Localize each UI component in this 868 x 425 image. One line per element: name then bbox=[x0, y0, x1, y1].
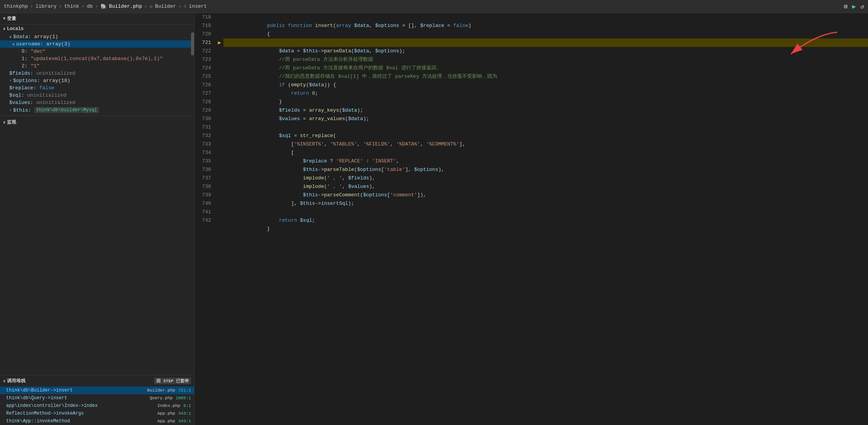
left-panel: ▼ 变量 ∨ Locals ∨ $data: array(1) bbox=[0, 13, 194, 425]
code-line-735: $this->parseTable($options['table'], $op… bbox=[223, 157, 868, 166]
code-panel: 718 719 720 721 722 723 724 725 726 727 … bbox=[194, 13, 868, 425]
var-replace[interactable]: $replace: false bbox=[0, 84, 191, 92]
callstack-item-4[interactable]: think\App::invokeMethod App.php 343:1 bbox=[0, 417, 194, 425]
var-username-2[interactable]: 2: "1" bbox=[0, 62, 191, 70]
breakpoint-marker: ▶ bbox=[216, 38, 223, 47]
breadcrumb-builder[interactable]: Builder bbox=[155, 3, 176, 9]
code-line-728: $fields = array_keys($data); bbox=[223, 98, 868, 106]
breadcrumb-thinkphp[interactable]: thinkphp bbox=[4, 3, 28, 9]
var-values[interactable]: $values: uninitialized bbox=[0, 99, 191, 106]
var-username[interactable]: ∨ username: array(3) bbox=[0, 40, 191, 48]
class-icon: ◇ bbox=[150, 3, 153, 10]
variables-label: 变量 bbox=[7, 15, 16, 22]
left-scrollbar-thumb[interactable] bbox=[191, 32, 194, 55]
code-line-726: return 0; bbox=[223, 81, 868, 89]
php-icon: 🐘 bbox=[101, 3, 107, 10]
code-line-730 bbox=[223, 115, 868, 123]
breadcrumb-think[interactable]: think bbox=[64, 3, 79, 9]
breadcrumb-insert[interactable]: insert bbox=[189, 3, 207, 9]
method-icon: ○ bbox=[184, 3, 187, 9]
code-line-742: } bbox=[223, 216, 868, 225]
code-line-729: $values = array_values($data); bbox=[223, 106, 868, 115]
locals-label: Locals bbox=[7, 26, 23, 32]
code-line-737: implode(' , ', $values), bbox=[223, 174, 868, 182]
code-line-733: [ bbox=[223, 140, 868, 149]
callstack-label: 调用堆栈 bbox=[7, 378, 25, 384]
code-panel-inner: 718 719 720 721 722 723 724 725 726 727 … bbox=[194, 13, 868, 425]
code-line-718: public function insert(array $data, $opt… bbox=[223, 13, 868, 22]
code-line-739: ], $this->insertSql); bbox=[223, 191, 868, 199]
breadcrumb-builderphp[interactable]: Builder.php bbox=[109, 3, 142, 9]
locals-section: ∨ Locals ∨ $data: array(1) ∨ username: a… bbox=[0, 25, 191, 114]
code-line-727: } bbox=[223, 89, 868, 98]
monitor-header[interactable]: ∨ 监视 bbox=[0, 117, 191, 127]
var-this[interactable]: › $this: think\db\builder\Mysql bbox=[0, 106, 191, 114]
left-panel-inner: ∨ Locals ∨ $data: array(1) ∨ username: a… bbox=[0, 25, 194, 375]
callstack-status: 因 STEP 已暂停 bbox=[154, 378, 191, 384]
var-sql[interactable]: $sql: uninitialized bbox=[0, 92, 191, 99]
code-line-741: return $sql; bbox=[223, 208, 868, 216]
code-line-736: implode(' , ', $fields), bbox=[223, 166, 868, 174]
left-scrollbar[interactable] bbox=[191, 25, 194, 375]
code-line-719: { bbox=[223, 22, 868, 30]
breadcrumb: thinkphp › library › think › db › 🐘 Buil… bbox=[4, 3, 207, 10]
code-line-725: if (empty($data)) { bbox=[223, 72, 868, 81]
code-rows: public function insert(array $data, $opt… bbox=[223, 13, 868, 425]
toolbar-right: ⊞ ▶ ↺ bbox=[844, 3, 864, 10]
divider-monitor bbox=[0, 115, 191, 116]
left-content: ∨ Locals ∨ $data: array(1) ∨ username: a… bbox=[0, 25, 191, 375]
var-options[interactable]: › $options: array(18) bbox=[0, 77, 191, 84]
breadcrumb-library[interactable]: library bbox=[35, 3, 57, 9]
callstack-item-2[interactable]: app\index\controller\Index->index Index.… bbox=[0, 402, 194, 410]
code-line-738: $this->parseComment($options['comment'])… bbox=[223, 182, 868, 191]
var-data[interactable]: ∨ $data: array(1) bbox=[0, 33, 191, 40]
var-username-0[interactable]: 0: "dec" bbox=[0, 48, 191, 55]
code-line-734: $replace ? 'REPLACE' : 'INSERT', bbox=[223, 149, 868, 157]
locals-header[interactable]: ∨ Locals bbox=[0, 25, 191, 33]
callstack-item-0[interactable]: think\db\Builder->insert Builder.php 721… bbox=[0, 387, 194, 394]
code-line-732: ['%INSERT%', '%TABLE%', '%FIELD%', '%DAT… bbox=[223, 132, 868, 140]
refresh-icon[interactable]: ↺ bbox=[860, 3, 864, 10]
code-line-723: //而 parseData 方法直接将来自用户的数据 $val 进行了拼接返回。 bbox=[223, 55, 868, 64]
main-area: ▼ 变量 ∨ Locals ∨ $data: array(1) bbox=[0, 13, 868, 425]
variables-header[interactable]: ▼ 变量 bbox=[0, 13, 194, 25]
code-line-721: $data = $this->parseData($data, $options… bbox=[223, 38, 868, 47]
callstack-header[interactable]: ∨ 调用堆栈 因 STEP 已暂停 bbox=[0, 375, 194, 387]
top-bar: thinkphp › library › think › db › 🐘 Buil… bbox=[0, 0, 868, 13]
var-fields[interactable]: $fields: uninitialized bbox=[0, 70, 191, 77]
code-line-724: //我们的恶意数据存储在 $val[1] 中，虽经过了 parseKey 方法处… bbox=[223, 64, 868, 72]
callstack-section: ∨ 调用堆栈 因 STEP 已暂停 think\db\Builder->inse… bbox=[0, 375, 194, 425]
code-line-731: $sql = str_replace( bbox=[223, 123, 868, 132]
debug-markers: ▶ bbox=[216, 13, 223, 425]
breadcrumb-db[interactable]: db bbox=[87, 3, 93, 9]
code-line-720: // 分析并处理数据 bbox=[223, 30, 868, 38]
variables-arrow: ▼ bbox=[3, 17, 5, 21]
var-username-1[interactable]: 1: "updatexml(1,concat(0x7,database(),0x… bbox=[0, 55, 191, 62]
play-icon[interactable]: ▶ bbox=[852, 3, 856, 10]
locals-arrow: ∨ bbox=[3, 27, 5, 31]
monitor-label: 监视 bbox=[7, 119, 16, 125]
code-line-722: //用 parseData 方法来分析并处理数据 bbox=[223, 47, 868, 55]
monitor-arrow: ∨ bbox=[3, 120, 5, 125]
code-line-740 bbox=[223, 199, 868, 208]
callstack-item-3[interactable]: ReflectionMethod->invokeArgs App.php 343… bbox=[0, 410, 194, 417]
grid-icon[interactable]: ⊞ bbox=[844, 3, 848, 10]
line-numbers: 718 719 720 721 722 723 724 725 726 727 … bbox=[194, 13, 216, 425]
callstack-arrow: ∨ bbox=[3, 379, 5, 383]
callstack-item-1[interactable]: think\db\Query->insert Query.php 2085:1 bbox=[0, 394, 194, 402]
